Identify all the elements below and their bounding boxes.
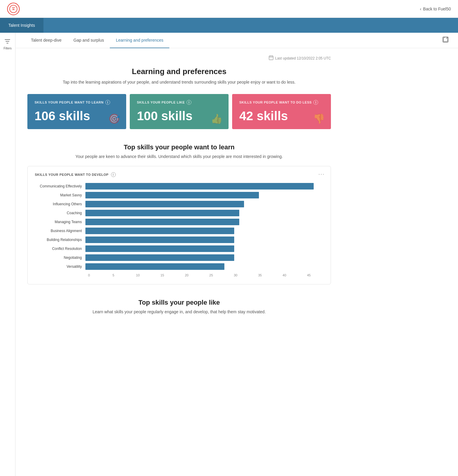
sidebar: Filters [0,33,15,476]
bar-row: Building Relationships [35,237,323,243]
skills-like-label: SKILLS YOUR PEOPLE LIKE i [137,100,221,105]
x-tick: 40 [283,273,286,277]
page-subtitle: Tap into the learning aspirations of you… [27,80,331,84]
x-tick: 25 [209,273,213,277]
skills-like-section: Top skills your people like Learn what s… [27,299,331,314]
bar-label: Coaching [35,211,85,215]
x-tick: 10 [136,273,140,277]
tab-bar: Talent Insights [0,18,458,33]
x-tick: 15 [160,273,164,277]
fuel50-logo: fuel 50 [7,3,20,15]
svg-rect-7 [269,56,273,60]
want-to-learn-section-title: Top skills your people want to learn [27,143,331,151]
x-tick: 30 [234,273,237,277]
thumbs-down-icon: 👎 [313,113,325,124]
export-icon[interactable] [443,37,448,44]
bar-track [85,210,323,216]
filter-icon [4,39,10,46]
do-less-value: 42 skills [239,109,324,123]
filter-label: Filters [4,47,12,50]
skills-like-section-title: Top skills your people like [27,299,331,306]
tab-title: Talent Insights [8,23,35,28]
bar-label: Communicating Effectively [35,184,85,188]
develop-chart-title: SKILLS YOUR PEOPLE WANT TO DEVELOP i [35,172,323,177]
x-tick: 35 [258,273,262,277]
bar-row: Communicating Effectively [35,183,323,190]
bar-track [85,183,323,190]
bar-fill [85,228,234,234]
gap-surplus-tab[interactable]: Gap and surplus [68,33,110,48]
want-to-learn-value: 106 skills [35,109,119,123]
bar-fill [85,183,314,190]
bar-label: Conflict Resolution [35,247,85,251]
sub-nav-tabs: Talent deep-dive Gap and surplus Learnin… [25,33,169,48]
learning-preferences-tab[interactable]: Learning and preferences [110,33,169,48]
do-less-card: SKILLS YOUR PEOPLE WANT TO DO LESS i 42 … [232,94,331,129]
calendar-icon [269,55,273,61]
bar-fill [85,263,224,270]
bar-label: Building Relationships [35,238,85,242]
bar-fill [85,237,234,243]
page-body: Last updated 12/10/2022 2:05 UTC Learnin… [15,48,343,333]
bar-row: Coaching [35,210,323,216]
x-tick: 5 [112,273,114,277]
sub-nav: Talent deep-dive Gap and surplus Learnin… [15,33,458,48]
bar-label: Business Alignment [35,229,85,233]
main-layout: Filters Talent deep-dive Gap and surplus… [0,33,458,476]
bar-fill [85,192,259,198]
bar-row: Market Savvy [35,192,323,198]
bar-fill [85,219,239,225]
last-updated-text: Last updated 12/10/2022 2:05 UTC [275,56,331,60]
x-tick: 0 [88,273,90,277]
develop-bar-chart: Communicating EffectivelyMarket SavvyInf… [35,183,323,272]
skills-like-value: 100 skills [137,109,221,123]
back-to-fuel50-link[interactable]: ‹ Back to Fuel50 [420,7,451,11]
back-label: Back to Fuel50 [423,7,451,11]
do-less-label: SKILLS YOUR PEOPLE WANT TO DO LESS i [239,100,324,105]
skills-like-info-icon[interactable]: i [187,100,191,105]
filters-button[interactable]: Filters [4,39,12,50]
svg-text:50: 50 [12,8,15,10]
do-less-info-icon[interactable]: i [313,100,318,105]
develop-chart-card: SKILLS YOUR PEOPLE WANT TO DEVELOP i ···… [27,166,331,284]
x-tick: 20 [185,273,188,277]
bar-fill [85,254,234,261]
stat-cards: SKILLS YOUR PEOPLE WANT TO LEARN i 106 s… [27,94,331,129]
bar-fill [85,210,239,216]
bar-track [85,192,323,198]
skills-like-section-subtitle: Learn what skills your people regularly … [27,309,331,314]
skills-like-card: SKILLS YOUR PEOPLE LIKE i 100 skills 👍 [130,94,229,129]
bar-label: Negotiating [35,256,85,260]
thumbs-up-icon: 👍 [211,113,223,124]
bar-track [85,201,323,207]
x-tick: 45 [307,273,311,277]
talent-deep-dive-tab[interactable]: Talent deep-dive [25,33,68,48]
bar-row: Influencing Others [35,201,323,207]
bar-track [85,237,323,243]
want-to-learn-card: SKILLS YOUR PEOPLE WANT TO LEARN i 106 s… [27,94,126,129]
bar-fill [85,201,244,207]
want-to-learn-section-subtitle: Your people are keen to advance their sk… [27,154,331,159]
want-to-learn-label: SKILLS YOUR PEOPLE WANT TO LEARN i [35,100,119,105]
bar-track [85,254,323,261]
chevron-left-icon: ‹ [420,7,421,11]
develop-chart-info-icon[interactable]: i [111,172,116,177]
svg-text:fuel: fuel [12,7,15,8]
bar-row: Negotiating [35,254,323,261]
bar-label: Market Savvy [35,193,85,197]
x-axis: 051015202530354045 [89,273,323,279]
bar-row: Versatility [35,263,323,270]
page-title: Learning and preferences [27,67,331,76]
bar-row: Managing Teams [35,219,323,225]
bar-label: Managing Teams [35,220,85,224]
chart-menu-icon[interactable]: ··· [318,171,325,177]
last-updated: Last updated 12/10/2022 2:05 UTC [27,55,331,61]
bar-row: Conflict Resolution [35,245,323,252]
want-to-learn-info-icon[interactable]: i [105,100,110,105]
bar-label: Influencing Others [35,202,85,206]
bar-label: Versatility [35,264,85,269]
bar-track [85,263,323,270]
talent-insights-tab[interactable]: Talent Insights [0,18,43,33]
main-content: Talent deep-dive Gap and surplus Learnin… [15,33,458,476]
bar-track [85,228,323,234]
